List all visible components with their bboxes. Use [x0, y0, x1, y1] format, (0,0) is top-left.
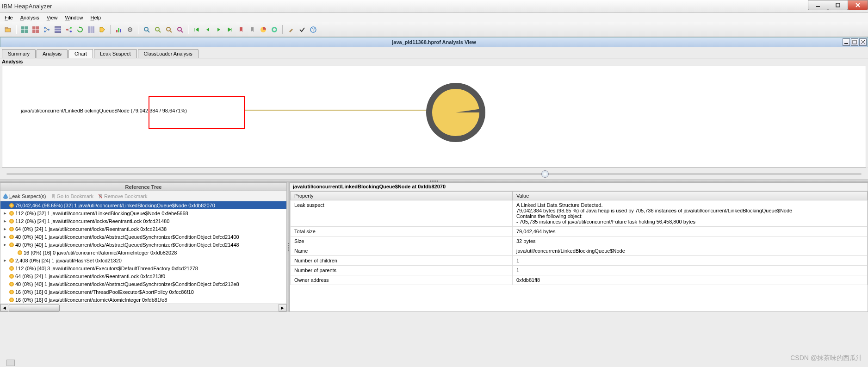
watermark: CSDN @抹茶味的西瓜汁 — [790, 354, 862, 362]
scroll-left-icon[interactable]: ◄ — [0, 304, 8, 311]
svg-rect-24 — [116, 30, 118, 32]
tree-row-label: 40 (0%) [40] 1 java/util/concurrent/lock… — [15, 281, 239, 287]
svg-rect-43 — [853, 40, 856, 44]
sub-close-icon[interactable] — [859, 38, 867, 46]
network-icon[interactable] — [64, 25, 74, 35]
chart-icon[interactable] — [114, 25, 124, 35]
refresh-icon[interactable] — [75, 25, 85, 35]
table-icon[interactable] — [53, 25, 63, 35]
tree-row[interactable]: 40 (0%) [40] 1 java/util/concurrent/lock… — [0, 280, 286, 288]
tree-icon[interactable] — [42, 25, 52, 35]
tree-row[interactable]: 16 (0%) [16] 0 java/util/concurrent/atom… — [0, 249, 286, 256]
property-row[interactable]: Owner address0xfdb81ff8 — [291, 275, 868, 285]
maximize-button[interactable] — [828, 0, 848, 10]
bookmark-add-icon[interactable] — [236, 25, 246, 35]
grid2-icon[interactable] — [31, 25, 41, 35]
node-icon — [18, 250, 22, 255]
svg-point-13 — [44, 31, 46, 32]
tree-row-label: 79,042,464 (98.65%) [32] 1 java/util/con… — [15, 203, 215, 208]
tab-summary[interactable]: Summary — [2, 49, 36, 58]
goto-bookmark-link[interactable]: Go to Bookmark — [51, 193, 93, 199]
menu-window[interactable]: Window — [62, 14, 86, 21]
menu-help[interactable]: Help — [88, 14, 104, 21]
reference-tree-pane: Reference Tree Leak Suspect(s) Go to Boo… — [0, 182, 287, 312]
property-row[interactable]: Namejava/util/concurrent/LinkedBlockingQ… — [291, 246, 868, 256]
close-button[interactable] — [848, 0, 868, 10]
tree-row[interactable]: 16 (0%) [16] 0 java/util/concurrent/atom… — [0, 296, 286, 304]
tree-row[interactable]: ▸40 (0%) [40] 1 java/util/concurrent/loc… — [0, 233, 286, 241]
bookmark-x-icon — [98, 193, 103, 199]
svg-rect-25 — [118, 28, 119, 32]
tree-row[interactable]: 112 (0%) [40] 3 java/util/concurrent/Exe… — [0, 264, 286, 272]
tree-row[interactable]: 79,042,464 (98.65%) [32] 1 java/util/con… — [0, 201, 286, 209]
open-icon[interactable] — [3, 25, 13, 35]
sub-minimize-icon[interactable] — [843, 38, 850, 46]
bookmark-remove-icon[interactable] — [247, 25, 257, 35]
tab-chart[interactable]: Chart — [68, 49, 93, 58]
nav-first-icon[interactable] — [192, 25, 202, 35]
tree-row[interactable]: ▸112 (0%) [24] 1 java/util/concurrent/lo… — [0, 217, 286, 225]
leak-suspects-link[interactable]: Leak Suspect(s) — [3, 193, 46, 199]
tab-leak-suspect[interactable]: Leak Suspect — [94, 49, 137, 58]
tab-analysis[interactable]: Analysis — [37, 49, 68, 58]
nav-prev-icon[interactable] — [203, 25, 213, 35]
slider-thumb[interactable] — [541, 170, 549, 178]
tree-row[interactable]: ▸2,408 (0%) [24] 1 java/util/HashSet 0xf… — [0, 256, 286, 264]
grid3-icon[interactable] — [86, 25, 96, 35]
menu-view[interactable]: View — [44, 14, 61, 21]
scroll-right-icon[interactable]: ► — [279, 304, 286, 311]
gear-icon[interactable] — [125, 25, 135, 35]
node-icon — [9, 298, 14, 302]
tree-row-label: 40 (0%) [40] 1 java/util/concurrent/lock… — [15, 234, 239, 240]
zoom3-icon[interactable] — [164, 25, 174, 35]
svg-point-28 — [130, 29, 131, 30]
pie-node[interactable] — [423, 80, 488, 145]
tree-row[interactable]: 64 (0%) [24] 1 java/util/concurrent/lock… — [0, 272, 286, 280]
property-row[interactable]: Size32 bytes — [291, 236, 868, 246]
property-key: Name — [291, 246, 513, 256]
chart-area[interactable]: java/util/concurrent/LinkedBlockingQueue… — [2, 66, 866, 168]
node-icon — [9, 203, 14, 208]
zoom-slider[interactable] — [0, 168, 868, 180]
tag-icon[interactable] — [97, 25, 107, 35]
remove-bookmark-link[interactable]: Remove Bookmark — [98, 193, 148, 199]
check-icon[interactable] — [297, 25, 307, 35]
minimize-button[interactable] — [808, 0, 828, 10]
property-row[interactable]: Number of parents1 — [291, 266, 868, 275]
tree-row[interactable]: 16 (0%) [16] 0 java/util/concurrent/Thre… — [0, 288, 286, 296]
scroll-thumb[interactable] — [9, 305, 60, 311]
object-pane: java/util/concurrent/LinkedBlockingQueue… — [290, 182, 868, 312]
donut-icon[interactable] — [269, 25, 279, 35]
tree-scrollbar[interactable]: ◄ ► — [0, 304, 286, 311]
col-property[interactable]: Property — [291, 192, 513, 200]
zoom4-icon[interactable] — [175, 25, 185, 35]
property-key: Size — [291, 236, 513, 246]
property-key: Total size — [291, 227, 513, 236]
pie-icon[interactable] — [258, 25, 268, 35]
reference-tree[interactable]: 79,042,464 (98.65%) [32] 1 java/util/con… — [0, 201, 286, 304]
svg-point-29 — [144, 27, 148, 31]
tree-row-label: 112 (0%) [40] 3 java/util/concurrent/Exe… — [15, 266, 198, 271]
sub-maximize-icon[interactable] — [851, 38, 858, 46]
property-row[interactable]: Number of children1 — [291, 256, 868, 266]
help-icon[interactable]: ? — [308, 25, 318, 35]
tree-row-label: 16 (0%) [16] 0 java/util/concurrent/atom… — [24, 250, 177, 255]
menu-file[interactable]: File — [2, 14, 16, 21]
col-value[interactable]: Value — [513, 192, 868, 200]
nav-next-icon[interactable] — [214, 25, 224, 35]
property-row[interactable]: Total size79,042,464 bytes — [291, 227, 868, 236]
tree-row[interactable]: ▸40 (0%) [40] 1 java/util/concurrent/loc… — [0, 241, 286, 249]
property-row[interactable]: Leak suspectA Linked List Data Structure… — [291, 200, 868, 227]
tree-row[interactable]: ▸64 (0%) [24] 1 java/util/concurrent/loc… — [0, 225, 286, 233]
node-icon — [9, 211, 14, 216]
zoom2-icon[interactable] — [153, 25, 163, 35]
brush-icon[interactable] — [286, 25, 296, 35]
nav-last-icon[interactable] — [225, 25, 235, 35]
tree-row[interactable]: ▸112 (0%) [32] 1 java/util/concurrent/Li… — [0, 209, 286, 217]
property-value: java/util/concurrent/LinkedBlockingQueue… — [513, 246, 868, 256]
grid1-icon[interactable] — [19, 25, 30, 35]
menu-analysis[interactable]: Analysis — [18, 14, 42, 21]
tab-classloader[interactable]: ClassLoader Analysis — [138, 49, 198, 58]
zoom1-icon[interactable] — [142, 25, 152, 35]
menubar: File Analysis View Window Help — [0, 13, 868, 22]
